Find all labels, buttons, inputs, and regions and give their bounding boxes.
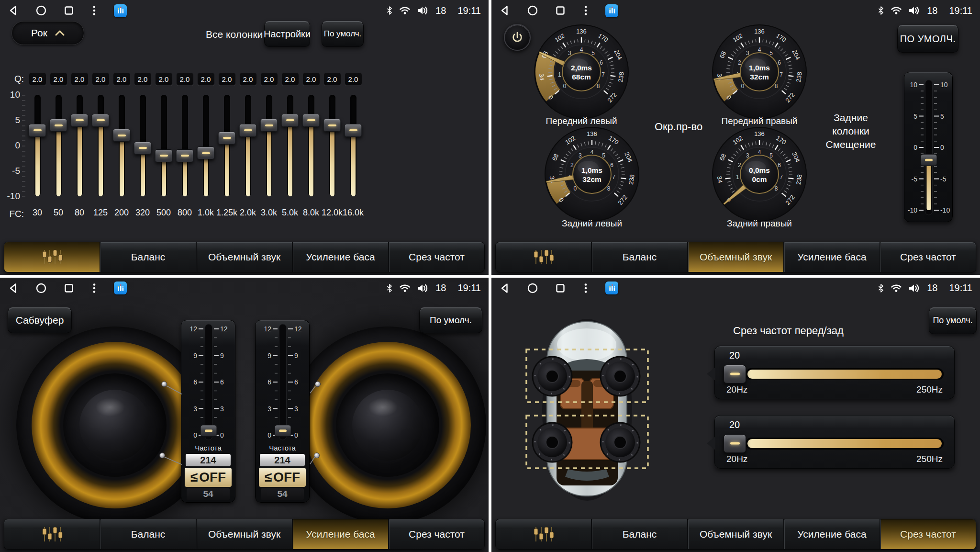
eq-slider-knob[interactable] (281, 114, 299, 127)
delay-knob-front-right[interactable]: 034681021361702042382720123456781,0ms32c… (712, 23, 807, 126)
delay-knob-rear-left[interactable]: 034681021361702042382720123456781,0ms32c… (544, 125, 640, 229)
bass-boost-panel-right[interactable]: 121299663300Частота214≤OFF54 (255, 320, 310, 503)
recents-button[interactable] (555, 5, 566, 16)
q-value[interactable]: 2.0 (29, 72, 46, 86)
eq-slider-knob[interactable] (71, 114, 89, 127)
tab-equalizer[interactable] (4, 242, 100, 272)
recents-button[interactable] (63, 282, 75, 294)
crossover-slider[interactable] (746, 438, 944, 450)
eq-slider[interactable] (98, 95, 104, 196)
equalizer-app-icon[interactable] (114, 4, 127, 17)
crossover-slider-knob[interactable] (724, 434, 746, 453)
q-value[interactable]: 2.0 (197, 72, 215, 86)
tab-balance[interactable]: Баланс (591, 519, 687, 549)
back-button[interactable] (499, 5, 511, 16)
eq-slider-knob[interactable] (345, 124, 362, 137)
back-button[interactable] (8, 5, 19, 16)
crossover-panel-rear[interactable]: 2020Hz250Hz (714, 415, 955, 469)
picker-prev-value[interactable]: 214 (186, 454, 231, 466)
tab-surround[interactable]: Объемный звук (196, 242, 292, 272)
tab-crossover[interactable]: Срез частот (388, 242, 484, 272)
eq-slider[interactable] (329, 95, 335, 196)
q-value[interactable]: 2.0 (113, 72, 131, 86)
q-value[interactable]: 2.0 (323, 72, 341, 86)
q-value[interactable]: 2.0 (239, 72, 257, 86)
equalizer-app-icon[interactable] (114, 282, 127, 294)
eq-slider[interactable] (140, 95, 146, 196)
q-value[interactable]: 2.0 (92, 72, 110, 86)
q-value[interactable]: 2.0 (302, 72, 320, 86)
eq-slider[interactable] (308, 95, 314, 196)
home-button[interactable] (35, 5, 47, 16)
bass-boost-panel-left[interactable]: 121299663300Частота214≤OFF54 (181, 320, 235, 503)
tab-balance[interactable]: Баланс (100, 519, 196, 549)
eq-slider-knob[interactable] (50, 119, 67, 132)
eq-slider-knob[interactable] (302, 114, 320, 127)
q-value[interactable]: 2.0 (71, 72, 89, 86)
power-button[interactable] (504, 24, 531, 51)
default-button[interactable]: По умолч. (322, 21, 364, 47)
preset-dropdown[interactable]: Рок (11, 21, 84, 45)
eq-slider-knob[interactable] (218, 132, 236, 145)
tab-bass-boost[interactable]: Усиление баса (292, 519, 388, 549)
eq-slider-knob[interactable] (176, 149, 194, 162)
eq-slider-knob[interactable] (239, 124, 257, 137)
default-button[interactable]: По умолч. (419, 307, 482, 333)
eq-slider[interactable] (266, 95, 272, 196)
eq-slider[interactable] (224, 95, 230, 196)
delay-knob-front-left[interactable]: 034681021361702042382720123456782,0ms68c… (534, 23, 629, 126)
eq-slider-knob[interactable] (113, 129, 131, 142)
eq-slider-knob[interactable] (134, 142, 152, 155)
tab-balance[interactable]: Баланс (591, 242, 687, 272)
q-value[interactable]: 2.0 (345, 72, 362, 86)
q-value[interactable]: 2.0 (218, 72, 236, 86)
tab-surround[interactable]: Объемный звук (687, 242, 783, 272)
eq-slider[interactable] (77, 95, 83, 196)
eq-slider[interactable] (119, 95, 125, 196)
recents-button[interactable] (63, 5, 75, 16)
picker-prev-value[interactable]: 214 (260, 454, 305, 466)
crossover-panel-front[interactable]: 2020Hz250Hz (714, 346, 955, 399)
eq-slider[interactable] (182, 95, 188, 196)
q-value[interactable]: 2.0 (176, 72, 194, 86)
q-value[interactable]: 2.0 (50, 72, 67, 86)
eq-slider[interactable] (161, 95, 167, 196)
menu-dots-icon[interactable] (91, 282, 98, 294)
picker-next-value[interactable]: 54 (187, 488, 230, 500)
default-button[interactable]: ПО УМОЛЧ. (897, 25, 958, 53)
eq-slider-knob[interactable] (29, 124, 46, 137)
eq-slider[interactable] (56, 95, 62, 196)
menu-dots-icon[interactable] (91, 5, 98, 16)
eq-slider-knob[interactable] (323, 119, 341, 132)
tab-balance[interactable]: Баланс (100, 242, 196, 272)
subwoofer-button[interactable]: Сабвуфер (8, 307, 72, 333)
eq-slider-knob[interactable] (92, 114, 110, 127)
car-top-view[interactable] (508, 308, 653, 509)
tab-equalizer[interactable] (496, 242, 591, 272)
tab-crossover[interactable]: Срез частот (880, 242, 976, 272)
menu-dots-icon[interactable] (582, 282, 589, 294)
tab-surround[interactable]: Объемный звук (196, 519, 292, 549)
eq-slider[interactable] (287, 95, 293, 196)
tab-bass-boost[interactable]: Усиление баса (783, 242, 880, 272)
q-value[interactable]: 2.0 (155, 72, 173, 86)
back-button[interactable] (499, 282, 511, 294)
eq-slider-knob[interactable] (155, 149, 173, 162)
eq-slider-knob[interactable] (260, 119, 278, 132)
tab-surround[interactable]: Объемный звук (687, 519, 783, 549)
recents-button[interactable] (555, 282, 566, 294)
delay-knob-rear-right[interactable]: 034681021361702042382720123456780,0ms0cm… (712, 125, 807, 229)
q-value[interactable]: 2.0 (134, 72, 152, 86)
rear-offset-slider[interactable]: 10105500-5-5-10-10 (904, 72, 953, 222)
eq-slider-knob[interactable] (197, 146, 215, 159)
default-button[interactable]: По умолч. (929, 307, 977, 334)
home-button[interactable] (35, 282, 47, 294)
equalizer-app-icon[interactable] (605, 282, 618, 294)
picker-selected-value[interactable]: ≤OFF (259, 468, 306, 487)
home-button[interactable] (527, 282, 538, 294)
eq-slider[interactable] (34, 95, 41, 196)
tab-crossover[interactable]: Срез частот (880, 519, 976, 549)
eq-slider[interactable] (203, 95, 209, 196)
tab-bass-boost[interactable]: Усиление баса (783, 519, 880, 549)
picker-selected-value[interactable]: ≤OFF (185, 468, 232, 487)
